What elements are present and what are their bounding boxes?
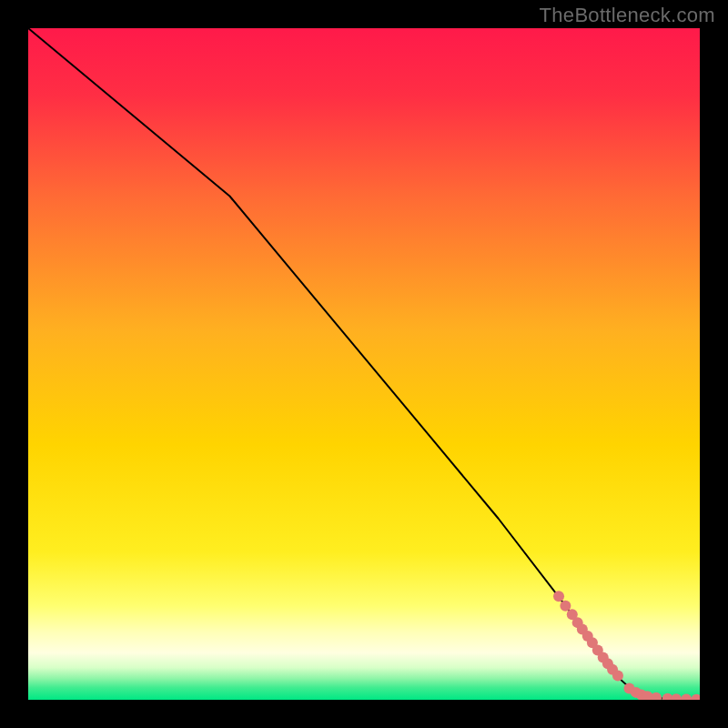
- chart-frame: TheBottleneck.com: [0, 0, 728, 728]
- gradient-background: [28, 28, 700, 700]
- watermark-text: TheBottleneck.com: [540, 4, 715, 27]
- svg-rect-0: [28, 28, 700, 700]
- plot-area: [28, 28, 700, 700]
